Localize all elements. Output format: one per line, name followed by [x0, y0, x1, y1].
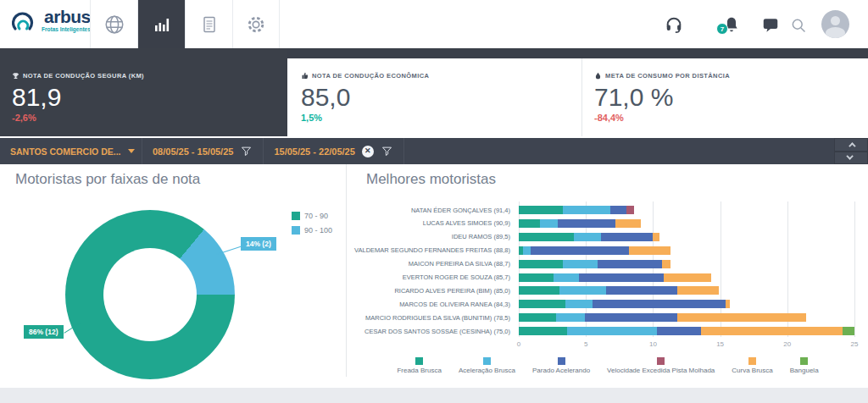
- legend-item[interactable]: Velocidade Excedida Pista Molhada: [607, 357, 715, 374]
- kpi-label-row: NOTA DE CONDUÇÃO ECONÔMICA: [301, 72, 580, 80]
- bar-category-label: MARCIO RODRIGUES DA SILVA (BUNITIM) (78,…: [348, 314, 515, 322]
- brand-name: arbus: [44, 8, 91, 25]
- bar-category-label: EVERTON ROGER DE SOUZA (85,7): [348, 273, 515, 281]
- chevron-down-icon: [128, 149, 135, 153]
- bar-segment-parado-acelerando: [531, 246, 629, 255]
- legend-item-70-90[interactable]: 70 - 90: [292, 212, 332, 220]
- main-nav: [90, 0, 280, 48]
- legend-swatch: [748, 357, 756, 365]
- bar-segment-parado-acelerando: [593, 300, 726, 308]
- donut-legend: 70 - 90 90 - 100: [292, 212, 332, 235]
- legend-label: Aceleração Brusca: [459, 367, 515, 374]
- bar-chart-icon: [152, 14, 172, 35]
- legend-item[interactable]: Freada Brusca: [397, 357, 441, 374]
- kpi-label-row: NOTA DE CONDUÇÃO SEGURA (KM): [12, 72, 287, 80]
- bar-segment-freada-brusca: [519, 286, 559, 295]
- bar-segment-banguela: [843, 327, 854, 335]
- bar-segment-curva-brusca: [677, 313, 806, 322]
- bar-segment-parado-acelerando: [606, 286, 677, 295]
- panel-divider: [346, 164, 347, 377]
- company-selector-value: SANTOS COMERCIO DE...: [10, 146, 121, 157]
- filter-bar: SANTOS COMERCIO DE... 08/05/25 - 15/05/2…: [0, 138, 868, 164]
- bar-segment-parado-acelerando: [585, 313, 677, 322]
- donut-hole: [103, 248, 197, 341]
- bar-segment-aceleração-brusca: [563, 206, 609, 214]
- arbus-logo-icon: [12, 8, 37, 32]
- bar-segment-freada-brusca: [519, 300, 565, 308]
- search-button[interactable]: [790, 17, 807, 34]
- filter-funnel-icon[interactable]: [381, 145, 393, 157]
- legend-item[interactable]: Parado Acelerando: [532, 357, 590, 374]
- clear-filter-icon[interactable]: ✕: [362, 146, 374, 157]
- notifications-button[interactable]: 7: [722, 15, 741, 34]
- kpi-card-consumption-goal: META DE CONSUMO POR DISTÂNCIA 71,0 % -84…: [581, 58, 868, 136]
- date-range-filter-1[interactable]: 08/05/25 - 15/05/25: [142, 138, 264, 164]
- bar-segment-parado-acelerando: [558, 219, 615, 228]
- bar-segment-freada-brusca: [519, 219, 540, 228]
- date-range-filter-2[interactable]: 15/05/25 - 22/05/25 ✕: [264, 138, 403, 164]
- search-icon: [790, 17, 807, 34]
- x-tick-label: 15: [712, 340, 729, 348]
- x-tick-label: 20: [779, 340, 796, 348]
- notification-badge: 7: [716, 23, 728, 35]
- bar-segment-aceleração-brusca: [565, 300, 593, 308]
- trophy-icon: [12, 72, 19, 80]
- app-logo[interactable]: arbus Frotas Inteligentes: [12, 8, 91, 32]
- kpi-delta: 1,5%: [301, 113, 580, 123]
- legend-item[interactable]: Banguela: [790, 357, 819, 374]
- x-tick-label: 0: [510, 340, 527, 348]
- kpi-label: NOTA DE CONDUÇÃO SEGURA (KM): [23, 72, 144, 80]
- legend-item[interactable]: Aceleração Brusca: [459, 357, 515, 374]
- bar-segment-aceleração-brusca: [556, 313, 584, 322]
- legend-label: Freada Brusca: [397, 367, 441, 374]
- tab-map[interactable]: [90, 0, 137, 48]
- report-icon: [199, 14, 220, 35]
- legend-item[interactable]: Curva Brusca: [732, 357, 772, 374]
- tab-reports[interactable]: [185, 0, 232, 48]
- tab-dashboard[interactable]: [137, 0, 185, 48]
- legend-swatch: [292, 212, 300, 220]
- scroll-up-button[interactable]: [834, 138, 868, 152]
- brand-tagline: Frotas Inteligentes: [42, 26, 91, 32]
- filter-funnel-icon[interactable]: [240, 145, 253, 157]
- bar-segment-parado-acelerando: [579, 273, 664, 282]
- legend-item-90-100[interactable]: 90 - 100: [292, 226, 332, 235]
- user-avatar[interactable]: [821, 10, 849, 38]
- top-navbar: arbus Frotas Inteligentes: [0, 0, 868, 48]
- company-selector[interactable]: SANTOS COMERCIO DE...: [0, 138, 142, 164]
- bar-segment-parado-acelerando: [601, 233, 654, 241]
- bar-segment-aceleração-brusca: [554, 273, 579, 282]
- bar-segment-aceleração-brusca: [523, 246, 531, 255]
- fuel-drop-icon: [594, 72, 602, 80]
- bar-category-label: IDEU RAMOS (89,5): [348, 233, 515, 240]
- tab-settings[interactable]: [232, 0, 280, 48]
- scroll-down-button[interactable]: [834, 152, 868, 165]
- bar-category-label: RICARDO ALVES PEREIRA (BIM) (85,0): [348, 287, 515, 295]
- bar-segment-curva-brusca: [629, 246, 670, 255]
- drivers-by-score-panel: Motoristas por faixas de nota 14% (2) 86…: [0, 164, 346, 388]
- chevron-up-icon: [849, 142, 855, 149]
- kpi-card-safe-driving: NOTA DE CONDUÇÃO SEGURA (KM) 81,9 -2,6%: [0, 48, 287, 136]
- kpi-value: 71,0 %: [594, 83, 868, 112]
- support-button[interactable]: [665, 15, 683, 34]
- bar-category-label: NATAN ÉDER GONÇALVES (91,4): [348, 207, 515, 214]
- avatar-silhouette: [831, 16, 840, 25]
- legend-swatch: [415, 357, 423, 365]
- bar-segment-parado-acelerando: [657, 327, 701, 335]
- bar-segment-curva-brusca: [701, 327, 842, 335]
- kpi-label: NOTA DE CONDUÇÃO ECONÔMICA: [312, 72, 429, 80]
- bar-segment-aceleração-brusca: [540, 219, 558, 228]
- chat-button[interactable]: [760, 15, 781, 34]
- legend-swatch: [558, 357, 565, 365]
- legend-swatch: [657, 357, 665, 365]
- bar-segment-aceleração-brusca: [567, 327, 657, 335]
- bottom-strip: [0, 388, 868, 403]
- bar-segment-freada-brusca: [519, 313, 556, 322]
- legend-swatch: [483, 357, 491, 365]
- bar-category-label: VALDEMAR SEGUNDO FERNANDES FREITAS (88,8…: [348, 246, 515, 254]
- date-range-1-value: 08/05/25 - 15/05/25: [153, 146, 233, 157]
- gear-icon: [245, 14, 267, 36]
- date-range-2-value: 15/05/25 - 22/05/25: [274, 146, 354, 157]
- kpi-delta: -84,4%: [594, 113, 868, 123]
- headset-icon: [665, 15, 683, 34]
